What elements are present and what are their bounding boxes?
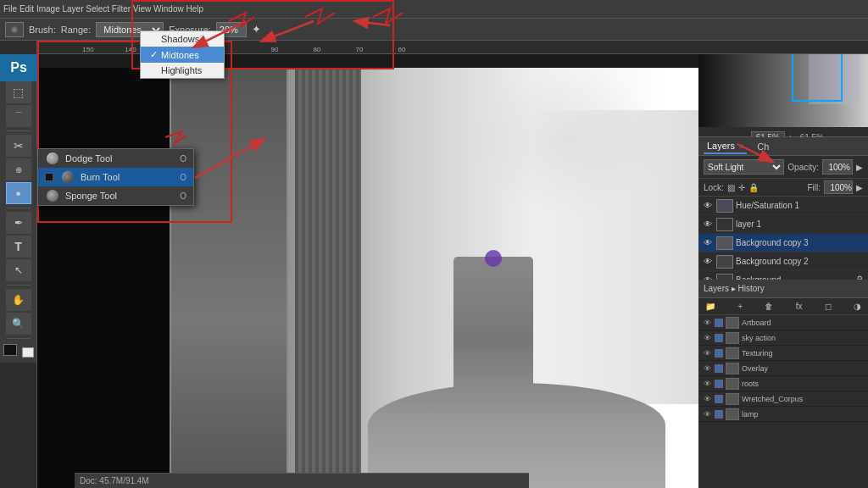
sponge-tool-item[interactable]: Sponge Tool O — [38, 186, 193, 205]
lock-move-icon[interactable]: ✛ — [738, 183, 745, 192]
midtones-checkmark: ✓ — [149, 49, 158, 60]
airbrush-toggle[interactable]: ✦ — [252, 23, 261, 36]
pen-tool[interactable]: ✒ — [6, 212, 31, 234]
fill-arrow[interactable]: ▶ — [856, 183, 863, 192]
healing-tool[interactable]: ⊕ — [6, 158, 31, 180]
sub-layer-item[interactable]: 👁 Overlay — [698, 361, 868, 376]
layer-thumbnail — [716, 199, 733, 213]
options-bar: Brush: Range: Midtones Exposure: ✦ — [0, 19, 868, 41]
lasso-tool[interactable]: ⌒ — [6, 105, 31, 127]
layer-name: layer 1 — [736, 219, 865, 229]
sub-layer-item[interactable]: 👁 sky action — [698, 330, 868, 346]
layer-visibility-toggle[interactable]: 👁 — [702, 219, 714, 230]
lock-all-icon[interactable]: 🔒 — [748, 183, 759, 192]
tool-separator-4 — [7, 338, 31, 339]
layers-tab-close[interactable]: × — [739, 142, 743, 151]
color-swatches[interactable] — [3, 344, 34, 358]
navigator-viewport-box[interactable] — [792, 51, 843, 102]
hand-tool[interactable]: ✋ — [6, 289, 31, 311]
ruler-mark: 60 — [398, 46, 406, 53]
arrow-tool[interactable]: ↖ — [6, 259, 31, 281]
tool-separator — [7, 130, 31, 131]
layer-item-selected[interactable]: 👁 Background copy 3 — [698, 234, 868, 252]
sub-layer-thumb — [726, 317, 739, 329]
layer-visibility-toggle[interactable]: 👁 — [702, 256, 714, 268]
shadows-label: Shadows — [161, 34, 199, 44]
sub-layer-item[interactable]: 👁 roots — [698, 376, 868, 391]
lock-label: Lock: — [704, 183, 724, 192]
sub-visibility-toggle[interactable]: 👁 — [702, 348, 712, 358]
sub-layer-thumb — [726, 408, 739, 420]
sub-layer-thumb — [726, 363, 739, 374]
sub-color-box — [715, 410, 723, 419]
sponge-tool-label: Sponge Tool — [65, 191, 175, 201]
text-tool[interactable]: T — [6, 236, 31, 258]
sub-layer-thumb — [726, 378, 739, 390]
layer-thumbnail — [716, 255, 733, 269]
menu-bar: File Edit Image Layer Select Filter View… — [0, 0, 868, 19]
fill-label: Fill: — [807, 183, 821, 192]
fill-input[interactable] — [824, 180, 853, 194]
new-group-icon[interactable]: 📁 — [704, 301, 717, 312]
sub-visibility-toggle[interactable]: 👁 — [702, 394, 712, 404]
layer-item[interactable]: 👁 layer 1 — [698, 215, 868, 234]
opacity-label: Opacity: — [787, 163, 819, 172]
layers-list: 👁 Hue/Saturation 1 👁 layer 1 👁 Backgroun… — [698, 197, 868, 281]
brush-preview[interactable] — [5, 22, 24, 37]
mask-icon[interactable]: ◻ — [823, 301, 833, 312]
delete-layer-icon[interactable]: 🗑 — [763, 301, 775, 312]
opacity-arrow[interactable]: ▶ — [856, 163, 863, 172]
dark-left-area — [37, 68, 170, 488]
burn-dodge-tool[interactable]: ● — [6, 182, 31, 204]
layer-item[interactable]: 👁 Hue/Saturation 1 — [698, 197, 868, 215]
tab-channels[interactable]: Ch — [754, 140, 772, 153]
sub-visibility-toggle[interactable]: 👁 — [702, 318, 712, 328]
brush-dot — [9, 25, 19, 35]
sub-layer-name: Wretched_Corpus — [742, 395, 865, 403]
blend-mode-select[interactable]: Soft Light — [704, 159, 784, 175]
sub-layer-name: sky action — [742, 334, 865, 342]
sub-layer-item[interactable]: 👁 Wretched_Corpus — [698, 391, 868, 407]
sub-visibility-toggle[interactable]: 👁 — [702, 379, 712, 389]
sub-layer-item[interactable]: 👁 Artboard — [698, 315, 868, 330]
adj-layer-icon[interactable]: ◑ — [852, 301, 863, 312]
sub-visibility-toggle[interactable]: 👁 — [702, 333, 712, 343]
highlights-checkmark — [149, 65, 158, 75]
sub-layer-thumb — [726, 393, 739, 405]
layers-panel: Layers × Ch Soft Light Opacity: ▶ Lock: … — [698, 137, 868, 282]
layer-visibility-toggle[interactable]: 👁 — [702, 237, 714, 249]
opacity-input[interactable] — [822, 159, 853, 175]
dropdown-shadows[interactable]: Shadows — [141, 31, 224, 47]
curtain-ribs — [295, 68, 361, 488]
new-layer-icon[interactable]: + — [736, 301, 744, 312]
fx-icon[interactable]: fx — [794, 301, 804, 312]
sub-layer-thumb — [726, 347, 739, 359]
sub-layer-name: Overlay — [742, 364, 865, 373]
layer-visibility-toggle[interactable]: 👁 — [702, 200, 714, 212]
zoom-tool[interactable]: 🔍 — [6, 313, 31, 335]
sub-visibility-toggle[interactable]: 👁 — [702, 363, 712, 374]
ps-logo: Ps — [0, 54, 37, 81]
tab-layers[interactable]: Layers × — [704, 139, 747, 154]
crop-tool[interactable]: ✂ — [6, 135, 31, 157]
lock-pixel-icon[interactable]: ▨ — [727, 183, 735, 192]
background-color[interactable] — [22, 347, 34, 358]
dodge-tool-item[interactable]: Dodge Tool O — [38, 149, 193, 168]
ruler-mark: 140 — [125, 46, 136, 53]
burn-color-indicator — [45, 173, 53, 181]
sub-layer-item[interactable]: 👁 lamp — [698, 407, 868, 422]
sub-color-box — [715, 380, 723, 388]
layer-item[interactable]: 👁 Background copy 2 — [698, 252, 868, 271]
burn-tool-key: O — [180, 173, 186, 182]
sub-layer-name: lamp — [742, 410, 865, 419]
dropdown-midtones[interactable]: ✓ Midtones — [141, 47, 224, 63]
ruler-mark: 80 — [314, 46, 321, 53]
foreground-color[interactable] — [3, 344, 17, 356]
layers-bottom-header: Layers ▸ History — [698, 280, 868, 298]
layer-name: Background copy 2 — [736, 257, 865, 266]
burn-tool-item[interactable]: Burn Tool O — [38, 168, 193, 186]
dropdown-highlights[interactable]: Highlights — [141, 63, 224, 78]
selection-tool[interactable]: ⬚ — [6, 81, 31, 103]
sub-visibility-toggle[interactable]: 👁 — [702, 409, 712, 419]
sub-layer-item[interactable]: 👁 Texturing — [698, 346, 868, 361]
